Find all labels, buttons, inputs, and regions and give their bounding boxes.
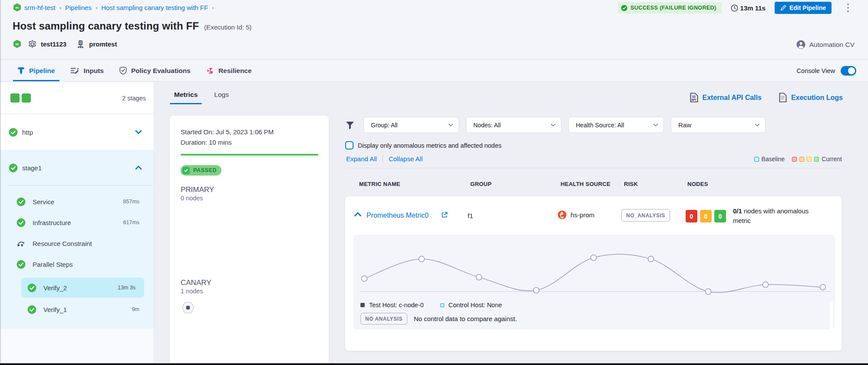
api-document-icon: API (690, 93, 698, 103)
expand-all-link[interactable]: Expand All (346, 155, 377, 163)
external-link-icon[interactable] (441, 212, 448, 218)
step-list: Service 857ms Infrastructure 617ms Resou… (0, 186, 154, 320)
success-check-icon (27, 283, 36, 292)
status-badge: SUCCESS (FAILURE IGNORED) (618, 2, 722, 13)
stage-status-square (10, 93, 20, 103)
step-row-infrastructure[interactable]: Infrastructure 617ms (0, 212, 154, 233)
breadcrumb: ∞ srm-hf-test › Pipelines › Host samplin… (13, 3, 218, 12)
page-title: Host sampling canary testing with FF (13, 20, 199, 32)
column-header-group: GROUP (470, 181, 492, 187)
step-name: Verify_2 (43, 284, 67, 292)
tab-inputs[interactable]: Inputs (70, 60, 104, 81)
service-name-label: promtest (89, 40, 117, 48)
stage-row-http[interactable]: http (0, 114, 154, 150)
console-view-label: Console View (797, 67, 835, 74)
health-source-cell: hs-prom (558, 210, 594, 219)
metric-row: Prometheus Metric0 f1 hs-prom NO_ANALYSI… (345, 206, 842, 226)
svg-text:∞: ∞ (16, 5, 19, 10)
breadcrumb-pipeline-name[interactable]: Host sampling canary testing with FF (101, 4, 208, 11)
group-filter-dropdown[interactable]: Group: All (363, 117, 459, 133)
chart-legend: Test Host: c-node-0 Control Host: None (360, 302, 502, 309)
chevron-down-icon[interactable] (135, 130, 142, 134)
step-row-verify-1[interactable]: Verify_1 9m (0, 299, 154, 320)
top-header: ∞ srm-hf-test › Pipelines › Host samplin… (0, 0, 868, 60)
execution-id: (Execution Id: 5) (204, 23, 251, 31)
step-duration: 857ms (123, 199, 139, 205)
tab-metrics[interactable]: Metrics (170, 86, 202, 104)
more-options-menu[interactable] (847, 2, 849, 14)
console-view-toggle[interactable] (841, 66, 856, 76)
window-bottom-edge (0, 363, 868, 365)
collapse-all-link[interactable]: Collapse All (389, 155, 422, 163)
canary-label: CANARY (181, 279, 211, 287)
test-host-label: Test Host: c-node-0 (369, 302, 424, 309)
step-duration: 9m (132, 306, 139, 312)
success-check-icon (27, 305, 36, 314)
chevron-down-icon (448, 123, 453, 127)
risk-yellow-swatch (807, 157, 812, 162)
status-badge-label: SUCCESS (FAILURE IGNORED) (630, 5, 716, 11)
external-api-calls-label: External API Calls (703, 94, 762, 102)
step-row-parallel-steps[interactable]: Parallel Steps (0, 254, 154, 275)
pipeline-settings-item[interactable]: test1123 (28, 40, 66, 49)
tab-policy-evaluations[interactable]: Policy Evaluations (119, 60, 191, 81)
health-source-filter-dropdown[interactable]: Health Source: All (568, 117, 664, 133)
breadcrumb-pipelines[interactable]: Pipelines (65, 4, 92, 11)
collapse-row-icon[interactable] (354, 212, 362, 217)
amber-node-count: 0 (700, 210, 712, 222)
duration-text: Duration: 10 mins (181, 139, 232, 146)
success-check-icon (621, 5, 627, 11)
step-name: Resource Constraint (33, 240, 92, 247)
resource-constraint-icon (17, 239, 26, 248)
tab-logs[interactable]: Logs (210, 86, 233, 104)
pipeline-icon (17, 67, 25, 75)
logs-document-icon (779, 93, 787, 103)
step-duration: 617ms (123, 219, 139, 226)
tab-resilience[interactable]: Resilience (206, 60, 252, 81)
canary-nodes-count: 1 nodes (181, 288, 203, 295)
scrollbar-thumb[interactable] (830, 301, 833, 329)
anomalous-filter-label: Display only anomalous metrics and affec… (358, 142, 502, 149)
passed-status-badge: PASSED (181, 165, 221, 176)
anomalous-filter-checkbox[interactable] (345, 141, 353, 149)
risk-legend: Baseline Current (754, 156, 842, 163)
step-row-service[interactable]: Service 857ms (0, 191, 154, 212)
header-actions: SUCCESS (FAILURE IGNORED) 13m 11s Edit P… (618, 2, 849, 14)
stage-row-stage1[interactable]: stage1 (0, 150, 154, 185)
no-analysis-message: No control data to compare against. (414, 315, 517, 322)
execution-logs-link[interactable]: Execution Logs (779, 93, 843, 103)
service-item[interactable]: promtest (76, 40, 117, 49)
filter-icon (345, 120, 355, 130)
kebab-dot (847, 3, 849, 5)
tab-pipeline[interactable]: Pipeline (17, 60, 55, 81)
view-mode-dropdown[interactable]: Raw (671, 117, 766, 133)
check-icon (182, 167, 190, 174)
success-check-icon (17, 197, 26, 206)
avatar-icon (796, 40, 805, 49)
breadcrumb-project[interactable]: srm-hf-test (24, 4, 56, 11)
toggle-knob (848, 67, 855, 74)
external-api-calls-link[interactable]: API External API Calls (690, 93, 762, 103)
shield-check-icon (119, 66, 127, 75)
metric-name-link[interactable]: Prometheus Metric0 (366, 212, 429, 219)
metric-row-card: Prometheus Metric0 f1 hs-prom NO_ANALYSI… (345, 196, 842, 351)
canary-node-icon[interactable] (182, 301, 195, 316)
clock-icon (731, 4, 738, 12)
hexagon-infinity-glyph: ∞ (13, 3, 21, 12)
step-row-verify-2[interactable]: Verify_2 13m 3s (21, 278, 144, 298)
svg-text:API: API (691, 98, 696, 101)
node-hexagon-glyph (182, 301, 195, 314)
edit-pipeline-button[interactable]: Edit Pipeline (775, 2, 832, 14)
panel-links: API External API Calls Execution Logs (690, 93, 843, 103)
step-row-resource-constraint[interactable]: Resource Constraint (0, 233, 154, 254)
stage-name: http (22, 129, 33, 136)
window-edge (0, 0, 1, 365)
nodes-filter-dropdown[interactable]: Nodes: All (466, 117, 561, 133)
anomalous-nodes-ratio: 0/1 (733, 207, 742, 215)
node-risk-counts: 0 0 0 (686, 210, 729, 222)
gear-icon (28, 40, 37, 49)
execution-logs-label: Execution Logs (791, 94, 843, 102)
edit-pipeline-label: Edit Pipeline (789, 4, 826, 11)
stages-header: 2 stages (0, 82, 154, 114)
chevron-up-icon[interactable] (135, 166, 142, 170)
